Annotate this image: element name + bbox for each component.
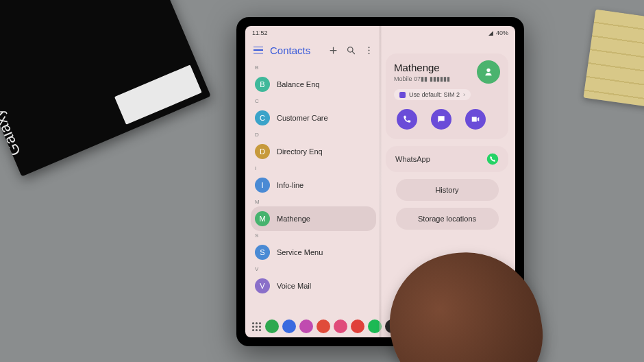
app-drawer-icon[interactable]	[251, 322, 262, 331]
contacts-list-pane: Contacts BBBalance EnqCCCustomer CareDDD…	[245, 38, 380, 318]
dock-app-gallery[interactable]	[334, 319, 347, 333]
contact-name: Balance Enq	[277, 80, 319, 88]
section-header: B	[251, 63, 376, 72]
storage-button[interactable]: Storage locations	[396, 208, 499, 230]
contact-card: Mathenge Mobile 07▮▮ ▮▮▮▮▮▮ Use default:…	[386, 53, 508, 139]
section-header: D	[251, 130, 376, 139]
box-label: Galaxy Z Fold6	[0, 53, 25, 158]
svg-point-3	[368, 52, 369, 53]
avatar-icon: B	[255, 77, 270, 92]
signal-icon: ◢	[488, 29, 493, 36]
section-header: S	[251, 231, 376, 240]
contact-row[interactable]: DDirectory Enq	[251, 139, 376, 164]
dock-app-spotify[interactable]	[368, 319, 382, 333]
section-header: V	[251, 265, 376, 274]
add-icon[interactable]	[327, 44, 339, 56]
section-header: I	[251, 164, 376, 173]
whatsapp-label: WhatsApp	[395, 155, 430, 163]
status-time: 11:52	[252, 29, 268, 36]
avatar-icon: D	[255, 144, 270, 159]
menu-icon[interactable]	[252, 44, 264, 56]
contact-name: Mathenge	[277, 215, 310, 223]
contact-row[interactable]: CCustomer Care	[251, 106, 376, 130]
battery-text: 40%	[496, 29, 508, 36]
history-button[interactable]: History	[396, 179, 499, 201]
page-title: Contacts	[270, 45, 321, 56]
dock-app-messages[interactable]	[282, 319, 296, 333]
dock-app-phone[interactable]	[265, 319, 279, 333]
box-barcode	[114, 64, 202, 124]
contact-list[interactable]: BBBalance EnqCCCustomer CareDDDirectory …	[251, 63, 376, 318]
avatar[interactable]	[477, 60, 500, 84]
svg-point-0	[347, 47, 353, 52]
sim-chip[interactable]: Use default: SIM 2 ›	[394, 89, 471, 100]
search-icon[interactable]	[345, 44, 357, 56]
product-box: Galaxy Z Fold6	[0, 0, 211, 176]
avatar-icon: I	[255, 178, 270, 193]
message-button[interactable]	[431, 109, 451, 130]
contact-row[interactable]: IInfo-line	[251, 173, 376, 197]
contact-row[interactable]: BBalance Enq	[251, 72, 376, 97]
call-button[interactable]	[397, 109, 417, 130]
svg-point-2	[368, 49, 369, 51]
avatar-icon: V	[255, 278, 270, 293]
contact-row[interactable]: SService Menu	[251, 240, 376, 265]
contact-row[interactable]: VVoice Mail	[251, 274, 376, 298]
contact-row[interactable]: MMathenge	[251, 206, 376, 231]
svg-point-4	[487, 153, 499, 165]
section-header: C	[251, 97, 376, 106]
chevron-right-icon: ›	[463, 91, 465, 98]
avatar-icon: S	[255, 245, 270, 260]
dock-app-youtube[interactable]	[351, 319, 364, 333]
svg-point-1	[368, 47, 369, 48]
contact-name: Service Menu	[277, 248, 323, 256]
video-button[interactable]	[465, 109, 486, 130]
whatsapp-row[interactable]: WhatsApp	[386, 146, 508, 172]
overflow-icon[interactable]	[362, 44, 375, 56]
status-bar: 11:52 ◢ 40%	[245, 26, 515, 38]
avatar-icon: C	[255, 110, 270, 125]
dock-app-bixby[interactable]	[299, 319, 313, 333]
contact-name: Directory Enq	[277, 147, 323, 156]
whatsapp-icon	[486, 153, 499, 165]
avatar-icon: M	[255, 211, 270, 226]
section-header: M	[251, 197, 376, 206]
contact-name: Info-line	[277, 181, 304, 189]
sim-icon	[399, 92, 406, 98]
dock-app-flipboard[interactable]	[317, 319, 330, 333]
wooden-blocks	[583, 10, 644, 108]
contact-name: Voice Mail	[277, 282, 311, 290]
contact-name: Customer Care	[277, 114, 328, 122]
